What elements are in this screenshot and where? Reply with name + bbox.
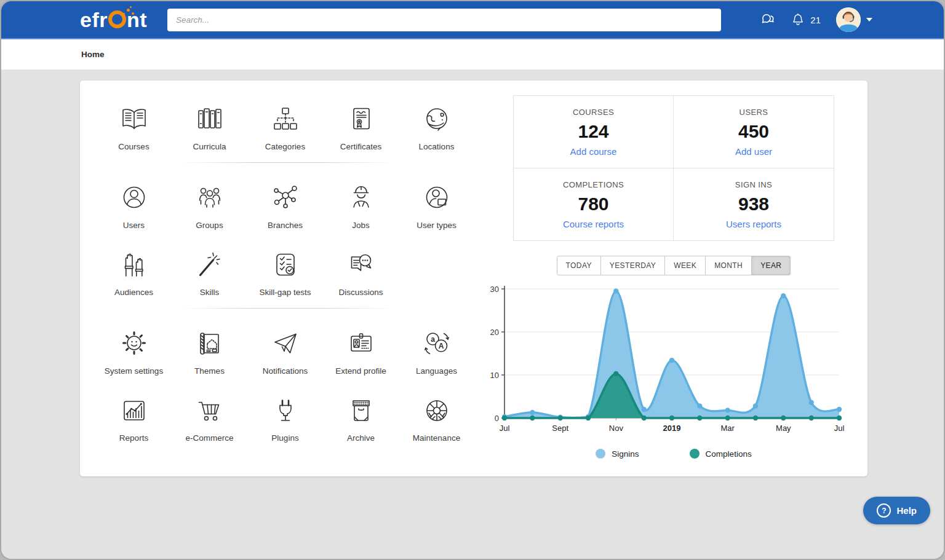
tab-month[interactable]: MONTH xyxy=(705,256,752,275)
svg-text:2019: 2019 xyxy=(663,424,681,433)
menu-item-label: Branches xyxy=(268,221,303,230)
menu-item-users[interactable]: Users xyxy=(96,178,172,230)
logo-text-suffix: nt xyxy=(127,8,147,31)
menu-item-locations[interactable]: Locations xyxy=(399,99,474,151)
stat-card-sign-ins: SIGN INS 938 Users reports xyxy=(674,168,834,240)
menu-item-themes[interactable]: Themes xyxy=(172,323,247,376)
menu-item-label: Groups xyxy=(196,221,223,230)
menu-item-languages[interactable]: aA Languages xyxy=(399,323,474,376)
menu-group: Courses Curricula Categories Certificate… xyxy=(96,99,479,151)
themes-icon xyxy=(195,323,225,364)
menu-item-jobs[interactable]: Jobs xyxy=(323,178,399,230)
menu-item-label: Skills xyxy=(200,288,220,297)
menu-divider xyxy=(180,308,394,309)
menu-item-skill-gap-tests[interactable]: Skill-gap tests xyxy=(247,245,323,297)
search-input[interactable] xyxy=(167,9,721,31)
app-window: efrnt 21 xyxy=(1,1,944,559)
activity-chart: 0102030JulSeptNov2019MarMayJul xyxy=(488,284,834,441)
header-actions: 21 xyxy=(759,7,872,32)
stat-value: 938 xyxy=(738,194,769,215)
svg-text:0: 0 xyxy=(495,414,499,423)
efront-logo[interactable]: efrnt xyxy=(80,8,147,32)
stat-card-courses: COURSES 124 Add course xyxy=(514,96,674,168)
menu-item-curricula[interactable]: Curricula xyxy=(172,99,247,151)
menu-item-label: Languages xyxy=(416,366,457,376)
menu-item-skills[interactable]: Skills xyxy=(172,245,247,297)
stat-link[interactable]: Users reports xyxy=(726,219,781,229)
stat-link[interactable]: Course reports xyxy=(563,219,624,229)
menu-item-label: Notifications xyxy=(263,366,308,376)
menu-item-courses[interactable]: Courses xyxy=(96,99,172,151)
menu-item-certificates[interactable]: Certificates xyxy=(323,99,399,151)
menu-item-discussions[interactable]: Discussions xyxy=(323,245,399,297)
legend-dot-icon xyxy=(690,449,700,459)
menu-item-audiences[interactable]: Audiences xyxy=(96,245,172,297)
stats-pane: COURSES 124 Add courseUSERS 450 Add user… xyxy=(513,81,834,476)
audiences-icon xyxy=(119,245,149,285)
legend-item-completions[interactable]: Completions xyxy=(690,449,752,459)
messages-icon[interactable] xyxy=(759,12,775,28)
avatar[interactable] xyxy=(836,7,861,32)
notification-count: 21 xyxy=(810,15,821,25)
svg-text:20: 20 xyxy=(490,328,499,337)
menu-item-reports[interactable]: Reports xyxy=(96,390,172,443)
chevron-down-icon xyxy=(866,18,872,22)
question-icon: ? xyxy=(877,503,891,518)
menu-item-label: Users xyxy=(123,221,145,230)
svg-text:Mar: Mar xyxy=(720,424,735,433)
svg-text:Jul: Jul xyxy=(500,424,510,433)
menu-item-plugins[interactable]: Plugins xyxy=(247,390,323,443)
user-types-icon xyxy=(422,178,452,218)
logo-text-prefix: efr xyxy=(80,8,108,31)
menu-item-label: System settings xyxy=(105,366,163,376)
stat-card-completions: COMPLETIONS 780 Course reports xyxy=(514,168,674,240)
tab-week[interactable]: WEEK xyxy=(664,256,706,275)
legend-dot-icon xyxy=(596,449,605,459)
languages-icon: aA xyxy=(422,323,452,364)
stat-card-users: USERS 450 Add user xyxy=(674,96,834,168)
menu-item-label: Plugins xyxy=(271,433,298,443)
stat-link[interactable]: Add user xyxy=(735,146,772,157)
extend-profile-icon xyxy=(346,323,376,364)
stat-link[interactable]: Add course xyxy=(570,146,617,157)
menu-item-notifications[interactable]: Notifications xyxy=(247,323,323,376)
menu-item-branches[interactable]: Branches xyxy=(247,178,323,230)
menu-item-e-commerce[interactable]: e-Commerce xyxy=(172,390,247,443)
menu-item-label: Curricula xyxy=(193,142,226,151)
skills-icon xyxy=(195,245,225,285)
menu-item-categories[interactable]: Categories xyxy=(247,99,323,151)
menu-item-user-types[interactable]: User types xyxy=(399,178,474,230)
help-button[interactable]: ? Help xyxy=(863,497,930,524)
legend-item-signins[interactable]: Signins xyxy=(596,449,639,459)
menu-item-archive[interactable]: Archive xyxy=(323,390,399,443)
breadcrumb: Home xyxy=(1,39,944,70)
breadcrumb-home[interactable]: Home xyxy=(81,50,105,59)
menu-item-groups[interactable]: Groups xyxy=(172,178,247,230)
main-area: Courses Curricula Categories Certificate… xyxy=(1,81,944,559)
tab-today[interactable]: TODAY xyxy=(557,256,601,275)
tab-yesterday[interactable]: YESTERDAY xyxy=(600,256,665,275)
menu-group: System settings Themes Notifications Ext… xyxy=(96,323,479,443)
reports-icon xyxy=(119,390,149,431)
system-settings-icon xyxy=(119,323,149,364)
archive-icon xyxy=(346,390,376,431)
admin-menu: Courses Curricula Categories Certificate… xyxy=(80,81,479,476)
svg-text:30: 30 xyxy=(490,285,499,294)
curricula-icon xyxy=(195,99,225,140)
certificates-icon xyxy=(346,99,376,140)
user-menu[interactable] xyxy=(836,7,872,32)
menu-item-label: Extend profile xyxy=(335,366,386,376)
svg-text:10: 10 xyxy=(490,371,499,380)
locations-icon xyxy=(422,99,452,140)
menu-item-label: Courses xyxy=(118,142,149,151)
menu-item-label: Maintenance xyxy=(413,433,460,443)
tab-year[interactable]: YEAR xyxy=(751,256,791,275)
menu-item-maintenance[interactable]: Maintenance xyxy=(399,390,474,443)
range-tabs: TODAYYESTERDAYWEEKMONTHYEAR xyxy=(513,256,834,275)
menu-item-label: Locations xyxy=(419,142,455,151)
bell-icon[interactable] xyxy=(790,12,806,28)
menu-item-label: Discussions xyxy=(338,288,383,297)
menu-item-system-settings[interactable]: System settings xyxy=(96,323,172,376)
menu-item-extend-profile[interactable]: Extend profile xyxy=(323,323,399,376)
chart-svg: 0102030JulSeptNov2019MarMayJul xyxy=(488,284,844,439)
